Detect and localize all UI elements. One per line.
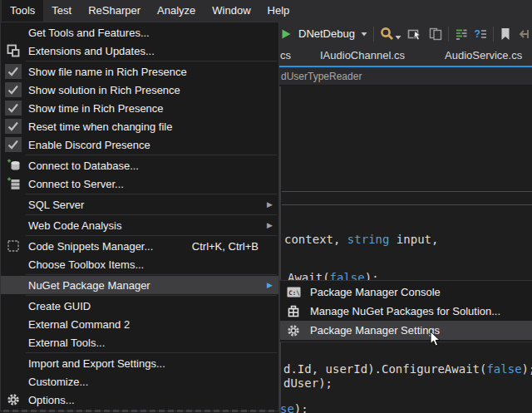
menu-separator [26,61,277,61]
menu-item-extensions-and-updates[interactable]: Extensions and Updates... [1,42,278,60]
menu-item-enable-discord-presence[interactable]: Enable Discord Presence [1,135,278,154]
menu-item-label: Customize... [26,376,278,388]
splitter-line [282,191,532,192]
nuget-package-manager-submenu: C:\Package Manager ConsoleManage NuGet P… [279,280,532,342]
toolbar-separator [493,27,494,42]
menu-item-external-command-2[interactable]: External Command 2 [1,315,278,333]
submenu-arrow-icon: ▶ [267,222,273,229]
format-document-icon[interactable] [455,27,468,41]
code-line: dUser); [283,376,332,391]
mouse-cursor-icon [430,331,441,350]
bookmark-icon[interactable] [500,27,511,41]
menu-item-label: Import and Export Settings... [26,357,278,370]
menu-item-label: SQL Server [26,199,278,211]
debug-configuration-label[interactable]: DNetDebug [298,27,355,40]
menu-item-connect-to-database[interactable]: Connect to Database... [1,156,278,175]
code-line: context, string input, [284,233,438,247]
find-icon[interactable] [380,27,394,41]
start-debugging-icon[interactable] [280,28,292,40]
snippets-icon [1,239,26,253]
checkmark-icon [1,101,26,116]
menu-item-label: Enable Discord Presence [26,139,278,151]
menu-separator [26,352,277,353]
menu-item-label: NuGet Package Manager [26,279,278,292]
menu-item-label: Options... [26,394,278,406]
gear-icon [280,324,307,337]
submenu-item-package-manager-settings[interactable]: Package Manager Settings [280,321,532,340]
menu-separator [26,274,277,275]
menubar-item-analyze[interactable]: Analyze [149,0,204,22]
menu-item-code-snippets-manager[interactable]: Code Snippets Manager...Ctrl+K, Ctrl+B [1,237,278,255]
submenu-item-label: Package Manager Settings [307,324,440,337]
svg-text:?: ? [474,28,480,40]
menu-item-create-guid[interactable]: Create GUID [1,297,278,315]
find-dropdown-icon[interactable] [395,35,401,40]
documents-icon[interactable] [429,27,442,41]
tab-iaudiochannel-cs[interactable]: IAudioChannel.cs [320,46,405,66]
menu-bar: ToolsTestReSharperAnalyzeWindowHelp [0,0,532,22]
menu-item-label: Connect to Database... [26,160,278,172]
menu-item-import-and-export-settings[interactable]: Import and Export Settings... [1,354,278,372]
gear-icon [1,393,26,406]
menu-item-show-file-name-in-rich-presence[interactable]: Show file name in Rich Presence [1,62,278,81]
menubar-item-help[interactable]: Help [259,0,298,22]
splitter-line [282,204,532,205]
menu-item-label: Create GUID [26,300,278,312]
menu-item-nuget-package-manager[interactable]: NuGet Package Manager▶ [1,276,278,294]
menu-item-label: Code Snippets Manager... [26,240,192,253]
menu-separator [26,295,277,296]
code-line: se); [280,402,308,413]
menu-item-label: Show solution in Rich Presence [26,84,278,96]
submenu-item-label: Manage NuGet Packages for Solution... [307,305,500,317]
comment-help-icon[interactable]: ? [474,27,487,41]
checkmark-icon [1,64,26,79]
navigate-to-cursor-icon[interactable] [407,27,423,41]
editor-left-edge [279,86,281,413]
toolbar-overflow-icon[interactable] [517,27,530,41]
menu-item-label: Show file name in Rich Presence [26,66,278,78]
menu-item-external-tools[interactable]: External Tools... [1,333,278,352]
menu-item-label: Web Code Analysis [26,219,278,232]
menu-item-get-tools-and-features[interactable]: Get Tools and Features... [1,23,278,42]
checkmark-icon [1,119,26,134]
submenu-item-manage-nuget-packages-for-solution[interactable]: Manage NuGet Packages for Solution... [280,302,532,321]
menu-item-show-time-in-rich-presence[interactable]: Show time in Rich Presence [1,99,278,117]
console-icon: C:\ [280,286,307,298]
submenu-item-package-manager-console[interactable]: C:\Package Manager Console [280,283,532,302]
menu-separator [26,214,277,215]
tab-audioservice-cs[interactable]: AudioService.cs [445,46,522,66]
menu-separator [26,235,277,236]
menu-item-options[interactable]: Options... [1,391,278,409]
menu-item-connect-to-server[interactable]: Connect to Server... [1,175,278,193]
menu-item-web-code-analysis[interactable]: Web Code Analysis▶ [1,216,278,234]
menu-item-label: Show time in Rich Presence [26,102,278,115]
menubar-item-test[interactable]: Test [43,0,80,22]
toolbar-items: DNetDebug? [280,22,532,46]
menu-item-choose-toolbox-items[interactable]: Choose Toolbox Items... [1,255,278,273]
svg-text:C:\: C:\ [288,289,300,297]
toolbar-separator [448,27,449,42]
menu-separator [26,194,277,194]
toolbar-separator [373,27,374,42]
checkmark-icon [1,137,26,152]
vs-ide-window: ToolsTestReSharperAnalyzeWindowHelp DNet… [0,0,532,413]
checkmark-icon [1,82,26,97]
menubar-item-window[interactable]: Window [204,0,259,22]
menu-item-label: Reset time when changing file [26,120,278,133]
menu-item-sql-server[interactable]: SQL Server▶ [1,195,278,214]
submenu-arrow-icon: ▶ [267,282,273,289]
nuget-manage-icon [280,305,307,318]
tab-cs[interactable]: cs [280,46,291,66]
menu-item-show-solution-in-rich-presence[interactable]: Show solution in Rich Presence [1,81,278,99]
debug-config-dropdown-icon[interactable] [361,32,367,37]
menu-item-label: Extensions and Updates... [26,45,278,57]
menu-item-customize[interactable]: Customize... [1,372,278,391]
menu-item-label: Get Tools and Features... [26,27,278,39]
menu-item-reset-time-when-changing-file[interactable]: Reset time when changing file [1,117,278,135]
submenu-arrow-icon: ▶ [267,201,273,209]
menubar-item-tools[interactable]: Tools [2,0,43,22]
code-line: d.Id, userId).ConfigureAwait(false); [283,362,532,376]
obscured-code-line [3,410,278,412]
menubar-item-resharper[interactable]: ReSharper [80,0,149,22]
menu-item-label: External Command 2 [26,318,278,331]
